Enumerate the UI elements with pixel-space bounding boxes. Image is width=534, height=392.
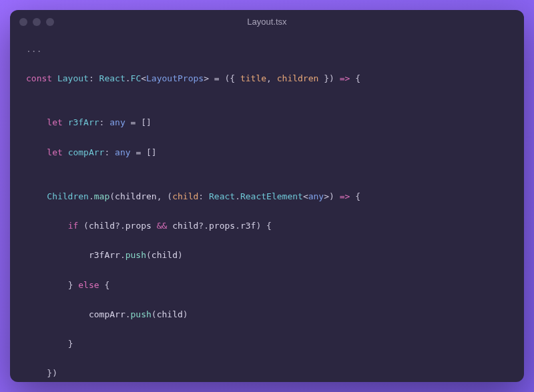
kw-else: else [78,280,99,290]
prop-props: props [209,221,235,231]
type-reactelement: ReactElement [240,191,303,201]
var-comparr: compArr [89,309,125,319]
type-any: any [115,147,130,157]
type-fc: FC [131,73,142,83]
param-child: child [172,191,198,201]
param-title: title [240,73,266,83]
method-push: push [125,250,146,260]
empty-arr: [] [141,117,152,127]
kw-let: let [47,147,62,157]
arrow: => [340,191,350,201]
editor-window: Layout.tsx ... const Layout: React.FC<La… [10,10,524,382]
arg-children: children [115,191,157,201]
var-r3farr: r3fArr [89,250,120,260]
type-any: any [109,117,125,127]
code-area[interactable]: ... const Layout: React.FC<LayoutProps> … [10,34,524,382]
window-title: Layout.tsx [10,15,524,29]
maximize-icon[interactable] [46,18,54,26]
type-react: React [99,73,125,83]
prop-r3f: r3f [240,221,256,231]
titlebar: Layout.tsx [10,10,524,34]
method-map: map [94,191,109,201]
close-icon[interactable] [19,18,27,26]
arg-child: child [152,250,178,260]
kw-const: const [26,73,52,83]
type-layoutprops: LayoutProps [146,73,204,83]
type-react: React [209,191,235,201]
empty-arr: [] [146,147,157,157]
var-r3farr: r3fArr [68,117,99,127]
kw-if: if [68,221,79,231]
type-any: any [308,191,324,201]
id-child: child [89,221,115,231]
arg-child: child [157,309,183,319]
ellipsis: ... [26,44,41,54]
prop-props: props [125,221,152,231]
id-child: child [172,221,198,231]
id-children: Children [47,191,89,201]
window-controls [19,18,54,26]
kw-let: let [47,117,62,127]
minimize-icon[interactable] [33,18,41,26]
arrow: => [340,73,350,83]
id-layout: Layout [57,73,89,83]
var-comparr: compArr [68,147,105,157]
param-children: children [277,73,319,83]
method-push: push [131,309,152,319]
